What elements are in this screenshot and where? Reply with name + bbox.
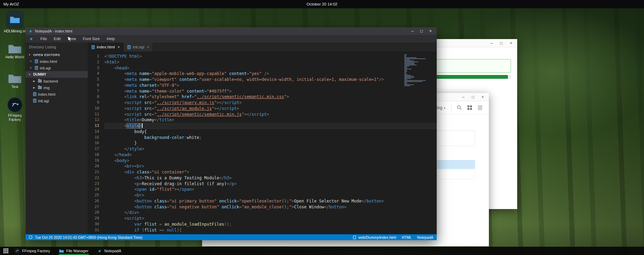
search-icon[interactable] xyxy=(457,105,462,110)
minimize-button[interactable]: – xyxy=(490,41,494,46)
sidebar-item-dummy[interactable]: ▼DUMMY xyxy=(26,71,88,78)
explorer-tree: ▼OPEN EDITORS×index.html×init.agi▼DUMMY▶… xyxy=(26,51,88,104)
start-menu-button[interactable] xyxy=(1,247,10,255)
sidebar-item-open-editors[interactable]: ▼OPEN EDITORS xyxy=(26,51,88,58)
line-number: 14 xyxy=(88,129,99,135)
code-line[interactable]: <meta name="theme-color" content="#4b75f… xyxy=(104,88,437,94)
minimap-line xyxy=(404,70,407,70)
menu-view[interactable]: View xyxy=(67,37,76,41)
code-line[interactable]: <head> xyxy=(104,65,437,71)
code-line[interactable]: <p>Received drag-in filelist (if any)</p… xyxy=(104,181,437,187)
code-line[interactable]: <script src="../script/ao_module.js"></s… xyxy=(104,106,437,112)
notepada-logo-icon xyxy=(29,37,34,41)
line-number-gutter: 1234567891011121314151617181920212223242… xyxy=(88,54,104,234)
toolbar-divider xyxy=(451,105,452,111)
sidebar-item-init-agi[interactable]: init.agi xyxy=(26,97,88,104)
sidebar-item-init-agi[interactable]: ×init.agi xyxy=(26,65,88,71)
code-line[interactable]: body{ xyxy=(104,129,437,135)
desktop-icon-ffmpeg-factory[interactable]: FFmpeg Factory xyxy=(3,97,26,122)
minimap-line xyxy=(404,67,407,67)
line-number: 3 xyxy=(88,65,99,71)
maximize-button[interactable]: □ xyxy=(499,41,503,46)
code-line[interactable]: <!DOCTYPE html> xyxy=(104,54,437,59)
grid-view-icon[interactable] xyxy=(467,105,472,110)
code-line[interactable]: <div class="ui container"> xyxy=(104,169,437,175)
code-line[interactable]: <meta name="viewport" content="user-scal… xyxy=(104,77,437,83)
status-language[interactable]: HTML xyxy=(402,235,412,239)
chevron-down-icon: ▼ xyxy=(28,54,31,56)
code-line[interactable]: <script> xyxy=(104,216,437,221)
taskbar-item-notepada[interactable]: NotepadA xyxy=(93,247,126,255)
code-line[interactable]: </div> xyxy=(104,210,437,216)
window-title-bar[interactable]: NotepadA - index.html – □ × xyxy=(26,27,437,35)
code-line[interactable]: <body> xyxy=(104,158,437,164)
code-line[interactable]: <span id="flist"></span> xyxy=(104,187,437,192)
maximize-button[interactable]: □ xyxy=(471,95,475,100)
tab-index-html[interactable]: index.html × xyxy=(88,42,124,51)
sidebar-item-backend[interactable]: ▶backend xyxy=(26,78,88,84)
code-line[interactable]: } xyxy=(104,140,437,146)
code-line[interactable]: <button class="ui negative button" onCli… xyxy=(104,204,437,210)
code-line[interactable]: <h3>This is a Dummy Testing Module</h3> xyxy=(104,175,437,181)
desktop-icon-hdlmining[interactable]: HDLMining.m xyxy=(3,11,26,33)
code-line[interactable]: background-color:white; xyxy=(104,135,437,141)
code-line[interactable]: <style> xyxy=(104,123,437,129)
text-cursor xyxy=(142,123,143,128)
code-line[interactable]: </head> xyxy=(104,152,437,158)
minimap-line xyxy=(404,59,410,60)
list-view-icon[interactable] xyxy=(477,105,483,110)
taskbar-item-file-manager[interactable]: File Manager xyxy=(55,247,93,255)
minimap-line xyxy=(404,81,423,82)
code-line[interactable]: <meta name="apple-mobile-web-app-capable… xyxy=(104,71,437,77)
close-icon[interactable]: × xyxy=(30,59,33,63)
item-label: init.agi xyxy=(38,99,49,103)
desktop-icon-test[interactable]: Test xyxy=(3,73,26,89)
file-icon xyxy=(92,45,95,49)
code-editor[interactable]: 1234567891011121314151617181920212223242… xyxy=(88,51,437,234)
menu-font-size[interactable]: Font Size xyxy=(83,37,100,41)
tab-init-agi[interactable]: init.agi × xyxy=(124,42,153,51)
code-line[interactable]: if (flist == null){ xyxy=(104,227,437,233)
tab-close-icon[interactable]: × xyxy=(147,45,149,49)
taskbar-item-label: FFmpeg Factory xyxy=(22,249,50,253)
minimap-line xyxy=(404,72,406,73)
close-icon[interactable]: × xyxy=(30,66,33,70)
item-label: img xyxy=(44,86,50,90)
sidebar-item-index-html[interactable]: index.html xyxy=(26,91,88,97)
code-lines[interactable]: <!DOCTYPE html><html> <head> <meta name=… xyxy=(104,54,437,234)
clock-icon xyxy=(29,236,32,239)
code-line[interactable]: var flist = ao_module_loadInputFiles(); xyxy=(104,221,437,227)
code-line[interactable]: <html> xyxy=(104,59,437,65)
close-button[interactable]: × xyxy=(428,29,433,34)
menu-edit[interactable]: Edit xyxy=(54,37,61,41)
menu-file[interactable]: File xyxy=(40,37,47,41)
close-button[interactable]: × xyxy=(481,95,485,100)
maximize-button[interactable]: □ xyxy=(419,29,424,34)
minimap[interactable] xyxy=(404,54,434,86)
code-line[interactable]: <br> xyxy=(104,192,437,198)
status-datetime: Tue Oct 20 2020 14:01:43 GMT+0800 (Hong … xyxy=(35,235,142,239)
close-button[interactable]: × xyxy=(509,41,513,46)
menu-help[interactable]: Help xyxy=(107,37,115,41)
minimize-button[interactable]: – xyxy=(461,95,465,100)
code-line[interactable]: </style> xyxy=(104,146,437,152)
code-line[interactable]: <link rel="stylesheet" href="../script/s… xyxy=(104,94,437,100)
minimize-button[interactable]: – xyxy=(410,29,415,34)
code-line[interactable]: <br><br> xyxy=(104,163,437,169)
line-number: 31 xyxy=(88,227,99,233)
sidebar-item-img[interactable]: ▶img xyxy=(26,84,88,91)
code-line[interactable]: <meta charset="UTF-8"> xyxy=(104,83,437,88)
taskbar-item-label: File Manager xyxy=(66,249,88,253)
desktop-icon-hello-world[interactable]: Hello World xyxy=(3,43,26,59)
ffmpeg-app-icon xyxy=(8,97,22,112)
line-number: 7 xyxy=(88,88,99,94)
code-line[interactable]: <script src="../script/semantic/semantic… xyxy=(104,112,437,117)
code-line[interactable]: <script src="../script/jquery.min.js"></… xyxy=(104,100,437,106)
taskbar-item-ffmpeg-factory[interactable]: FFmpeg Factory xyxy=(10,247,55,255)
sidebar-item-index-html[interactable]: ×index.html xyxy=(26,58,88,65)
code-line[interactable]: <title>Dummy</title> xyxy=(104,117,437,123)
line-number: 4 xyxy=(88,71,99,77)
tab-close-icon[interactable]: × xyxy=(117,45,120,49)
file-icon xyxy=(35,66,38,70)
code-line[interactable]: <button class="ui primary button" onclic… xyxy=(104,198,437,204)
